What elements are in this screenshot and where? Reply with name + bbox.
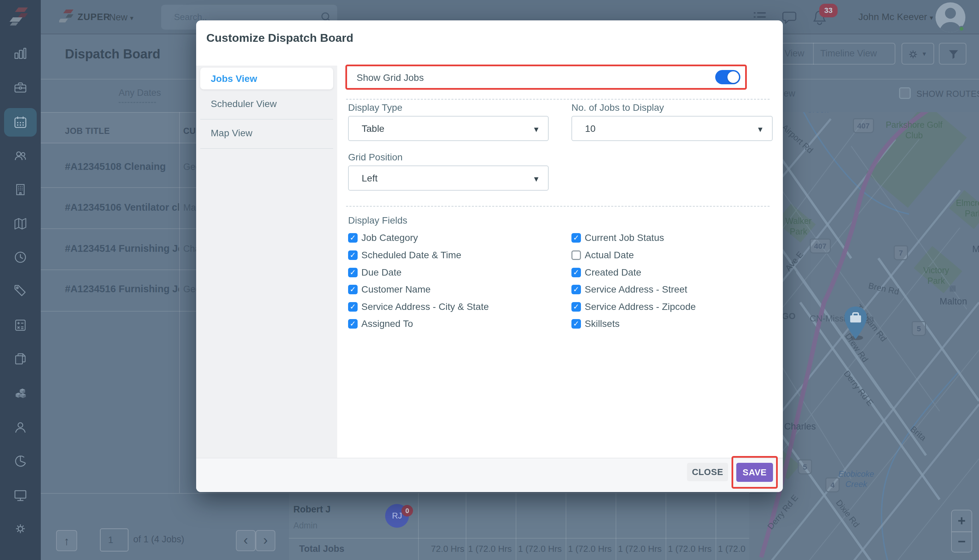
date-filter[interactable]: Any Dates xyxy=(118,88,161,98)
zoom-in-button[interactable]: + xyxy=(952,510,972,532)
field-actual-date[interactable]: Actual Date xyxy=(571,250,634,261)
caret-down-icon: ▾ xyxy=(930,14,933,22)
table-row job-title[interactable]: #A12345108 Clenaing xyxy=(65,161,179,172)
checkbox[interactable]: ✓ xyxy=(571,302,581,312)
sidebar-item-customers users-icon[interactable] xyxy=(13,148,28,163)
technician-role: Admin xyxy=(294,521,317,530)
sidebar-item-organization building-icon[interactable] xyxy=(13,182,28,197)
show-grid-jobs-highlight: Show Grid Jobs xyxy=(345,65,747,90)
sidebar-item-parts cubes-icon[interactable] xyxy=(13,386,28,401)
field-due-date[interactable]: ✓Due Date xyxy=(348,267,402,278)
prev-page-button[interactable]: ‹ xyxy=(236,530,256,551)
save-button[interactable]: SAVE xyxy=(736,463,773,482)
checkbox[interactable]: ✓ xyxy=(348,285,358,294)
tab-scheduler-view[interactable]: Scheduler View xyxy=(211,98,277,109)
sidebar-item-service-territories map-icon[interactable] xyxy=(13,216,28,231)
field-job-category[interactable]: ✓Job Category xyxy=(348,232,418,243)
divider xyxy=(41,143,196,143)
grid-position-select[interactable]: Left ▾ xyxy=(348,165,549,191)
totals-label: Total Jobs xyxy=(299,544,344,554)
sidebar-item-timesheets clock-icon[interactable] xyxy=(13,250,28,265)
brand-name: ZUPER xyxy=(77,12,110,22)
field-service-address-zipcode[interactable]: ✓Service Address - Zipcode xyxy=(571,302,696,312)
map-label-creek: Creek xyxy=(807,112,829,115)
divider xyxy=(41,228,196,229)
checkbox[interactable]: ✓ xyxy=(348,250,358,260)
display-type-select[interactable]: Table ▾ xyxy=(348,116,549,141)
zoom-out-button[interactable]: − xyxy=(952,532,972,553)
checkbox[interactable]: ✓ xyxy=(571,268,581,277)
sidebar-item-settings gear-icon[interactable] xyxy=(13,521,28,536)
board-settings-button[interactable]: ▾ xyxy=(902,43,934,65)
sidebar-item-devices monitor-icon[interactable] xyxy=(13,488,28,503)
checkbox[interactable]: ✓ xyxy=(571,233,581,243)
next-page-button[interactable]: › xyxy=(256,530,275,551)
tab-timeline-view[interactable]: Timeline View xyxy=(820,48,877,59)
sidebar-item-pricing tag-icon[interactable] xyxy=(13,283,28,298)
column-header-job-title[interactable]: JOB TITLE xyxy=(65,126,110,136)
checkbox[interactable]: ✓ xyxy=(571,285,581,294)
jobs-count-select[interactable]: 10 ▾ xyxy=(571,116,773,141)
divider xyxy=(200,119,333,120)
close-button[interactable]: CLOSE xyxy=(687,463,728,481)
technician-badge: 0 xyxy=(402,505,413,517)
divider xyxy=(516,493,516,560)
gear-icon xyxy=(907,48,919,60)
map-label-charles: Charles xyxy=(784,422,816,432)
field-assigned-to[interactable]: ✓Assigned To xyxy=(348,318,413,329)
job-map-pin[interactable] xyxy=(843,306,868,340)
checkbox[interactable]: ✓ xyxy=(348,302,358,312)
column-header-customer[interactable]: CUSTOMER xyxy=(183,126,196,136)
sidebar-item-quotes calculator-icon[interactable] xyxy=(13,318,28,333)
map-panel[interactable]: Creek Airport Rd Parkshore Golf Club Wal… xyxy=(749,112,979,560)
grid-position-label: Grid Position xyxy=(348,152,402,163)
table-row job-title[interactable]: #A1234514 Furnishing Job xyxy=(65,243,179,254)
checkbox[interactable]: ✓ xyxy=(348,233,358,243)
technician-name[interactable]: Robert J xyxy=(294,504,331,515)
map-label-parkshore: Parkshore Golf Club xyxy=(885,120,943,141)
scroll-top-button[interactable]: ↑ xyxy=(56,530,77,551)
table-row job-title[interactable]: #A12345106 Ventilator cleaning xyxy=(65,202,179,213)
table-row job-title[interactable]: #A1234516 Furnishing Job xyxy=(65,283,179,295)
tab-jobs-view[interactable]: Jobs View xyxy=(200,68,333,89)
checkbox[interactable]: ✓ xyxy=(348,319,358,328)
table-header-row xyxy=(41,112,196,143)
divider xyxy=(289,538,749,538)
sidebar-item-reports pie-chart-icon[interactable] xyxy=(13,453,28,468)
divider xyxy=(346,206,770,207)
filter-button[interactable] xyxy=(939,43,966,65)
divider xyxy=(41,270,196,270)
new-button[interactable]: New ▾ xyxy=(109,12,133,23)
show-routes-checkbox[interactable] xyxy=(899,87,911,99)
sidebar-item-documents copy-icon[interactable] xyxy=(13,352,28,366)
field-service-address-street[interactable]: ✓Service Address - Street xyxy=(571,284,687,295)
field-skillsets[interactable]: ✓Skillsets xyxy=(571,318,620,329)
sidebar-logo-icon xyxy=(10,6,31,27)
sidebar-item-dispatch-board calendar-icon[interactable] xyxy=(13,115,28,130)
field-service-address-city-state[interactable]: ✓Service Address - City & State xyxy=(348,302,489,312)
page-number-input[interactable]: 1 xyxy=(100,528,128,552)
caret-down-icon: ▾ xyxy=(922,50,926,58)
show-grid-jobs-toggle[interactable] xyxy=(715,70,741,84)
divider xyxy=(615,493,616,560)
sidebar-item-jobs briefcase-icon[interactable] xyxy=(13,80,28,95)
checkbox[interactable]: ✓ xyxy=(348,268,358,277)
checkbox[interactable]: ✓ xyxy=(571,319,581,328)
date-filter-underline xyxy=(118,102,156,103)
totals-cell: 1 (72.0 Hrs xyxy=(518,544,565,554)
show-grid-jobs-label: Show Grid Jobs xyxy=(357,72,424,83)
checkbox[interactable] xyxy=(571,250,581,260)
sidebar-item-dashboard bar-chart-icon[interactable] xyxy=(13,46,28,61)
totals-cell: 1 (72.0 Hrs xyxy=(568,544,615,554)
tab-map-view-partial[interactable]: View xyxy=(785,48,804,59)
field-customer-name[interactable]: ✓Customer Name xyxy=(348,284,431,295)
caret-down-icon: ▾ xyxy=(130,14,133,22)
tab-map-view[interactable]: Map View xyxy=(211,128,252,138)
chat-icon[interactable] xyxy=(782,10,797,25)
modal-title: Customize Dispatch Board xyxy=(206,31,354,45)
field-current-job-status[interactable]: ✓Current Job Status xyxy=(571,232,664,243)
field-scheduled-date-time[interactable]: ✓Scheduled Date & Time xyxy=(348,250,461,261)
field-created-date[interactable]: ✓Created Date xyxy=(571,267,642,278)
sidebar-item-teams person-icon[interactable] xyxy=(13,420,28,435)
user-menu[interactable]: John Mc Keever ▾ xyxy=(858,12,933,22)
